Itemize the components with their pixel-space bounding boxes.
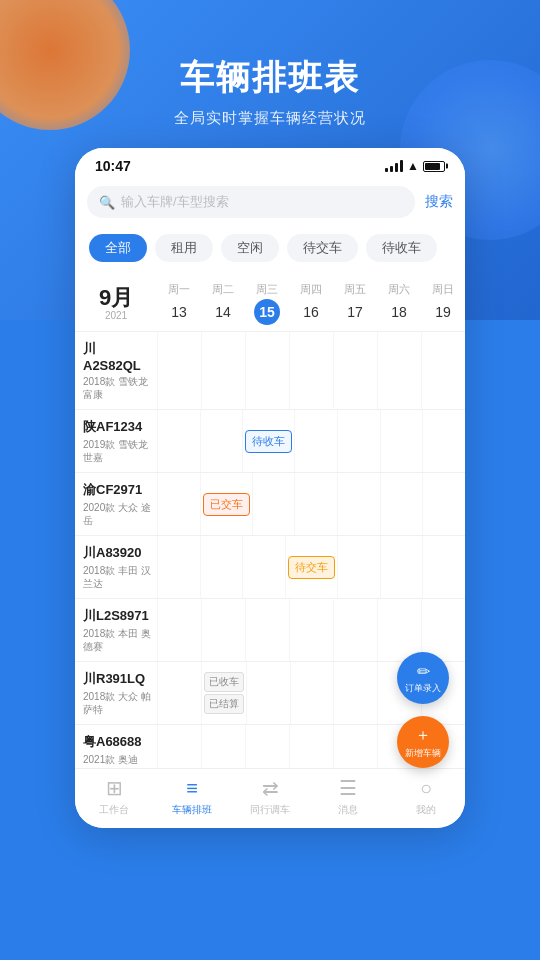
nav-label-mine: 我的 [416,803,436,817]
search-bar: 🔍 输入车牌/车型搜索 搜索 [75,178,465,228]
status-bar: 10:47 ▲ [75,148,465,178]
phone-mockup: 10:47 ▲ 🔍 输入车牌/车型搜索 搜索 全部 租用 空闲 待交车 待收车 [75,148,465,828]
table-row: 川A2S82QL 2018款 雪铁龙 富康 [75,331,465,409]
nav-label-message: 消息 [338,803,358,817]
vehicle-grid [157,332,465,409]
nav-label-workbench: 工作台 [99,803,129,817]
dispatch-icon: ⇄ [262,776,279,800]
battery-icon [423,161,445,172]
filter-tab-pending-return[interactable]: 待交车 [287,234,358,262]
wifi-icon: ▲ [407,159,419,173]
hero-section: 车辆排班表 全局实时掌握车辆经营状况 [0,0,540,148]
fab-add-label: 新增车辆 [405,747,441,760]
nav-item-dispatch[interactable]: ⇄ 同行调车 [231,776,309,821]
table-row: 陕AF1234 2019款 雪铁龙 世嘉 待收车 [75,409,465,472]
search-button[interactable]: 搜索 [425,193,453,211]
search-placeholder: 输入车牌/车型搜索 [121,193,229,211]
nav-label-vehicle-schedule: 车辆排班 [172,803,212,817]
day-col-mon: 周一 13 [157,282,201,325]
status-badge[interactable]: 已收车 [204,672,244,692]
fab-order-entry[interactable]: ✏ 订单录入 [397,652,449,704]
day-col-thu: 周四 16 [289,282,333,325]
hero-subtitle: 全局实时掌握车辆经营状况 [0,109,540,128]
nav-item-vehicle-schedule[interactable]: ≡ 车辆排班 [153,777,231,821]
calendar-header: 9月 2021 周一 13 周二 14 周三 15 周四 16 [75,272,465,331]
edit-icon: ✏ [417,662,430,681]
table-row: 川A83920 2018款 丰田 汉兰达 待交车 [75,535,465,598]
year-label: 2021 [75,310,157,321]
day-col-sun: 周日 19 [421,282,465,325]
status-badge[interactable]: 待交车 [288,556,335,579]
vehicle-info: 渝CF2971 2020款 大众 途岳 [75,473,157,535]
filter-tab-all[interactable]: 全部 [89,234,147,262]
nav-label-dispatch: 同行调车 [250,803,290,817]
vehicle-info: 川R391LQ 2018款 大众 帕萨特 [75,662,157,724]
home-icon: ⊞ [106,776,123,800]
nav-item-message[interactable]: ☰ 消息 [309,776,387,821]
vehicle-info: 陕AF1234 2019款 雪铁龙 世嘉 [75,410,157,472]
hero-title: 车辆排班表 [0,55,540,101]
day-col-tue: 周二 14 [201,282,245,325]
status-time: 10:47 [95,158,131,174]
fab-order-label: 订单录入 [405,682,441,695]
message-icon: ☰ [339,776,357,800]
status-badge[interactable]: 待收车 [245,430,292,453]
month-column: 9月 2021 [75,286,157,321]
table-row: 渝CF2971 2020款 大众 途岳 已交车 [75,472,465,535]
day-col-sat: 周六 18 [377,282,421,325]
status-badge[interactable]: 已结算 [204,694,244,714]
vehicle-info: 川L2S8971 2018款 本田 奥德赛 [75,599,157,661]
vehicle-info: 川A83920 2018款 丰田 汉兰达 [75,536,157,598]
schedule-icon: ≡ [186,777,198,800]
day-columns: 周一 13 周二 14 周三 15 周四 16 周五 17 [157,282,465,325]
vehicle-grid: 待交车 [157,536,465,598]
day-col-wed: 周三 15 [245,282,289,325]
month-number: 9月 [75,286,157,310]
filter-tab-idle[interactable]: 空闲 [221,234,279,262]
fab-container: ✏ 订单录入 ＋ 新增车辆 [397,652,449,768]
signal-icon [385,160,403,172]
fab-add-vehicle[interactable]: ＋ 新增车辆 [397,716,449,768]
filter-tab-rented[interactable]: 租用 [155,234,213,262]
vehicle-info: 川A2S82QL 2018款 雪铁龙 富康 [75,332,157,409]
nav-item-workbench[interactable]: ⊞ 工作台 [75,776,153,821]
vehicle-grid: 已交车 [157,473,465,535]
filter-tab-pending-receive[interactable]: 待收车 [366,234,437,262]
add-icon: ＋ [415,725,431,746]
user-icon: ○ [420,777,432,800]
filter-tabs: 全部 租用 空闲 待交车 待收车 [75,228,465,272]
search-input-wrapper[interactable]: 🔍 输入车牌/车型搜索 [87,186,415,218]
status-badge[interactable]: 已交车 [203,493,250,516]
search-icon: 🔍 [99,195,115,210]
bottom-nav: ⊞ 工作台 ≡ 车辆排班 ⇄ 同行调车 ☰ 消息 ○ 我的 [75,768,465,828]
vehicle-grid: 待收车 [157,410,465,472]
nav-item-mine[interactable]: ○ 我的 [387,777,465,821]
status-icons: ▲ [385,159,445,173]
day-col-fri: 周五 17 [333,282,377,325]
